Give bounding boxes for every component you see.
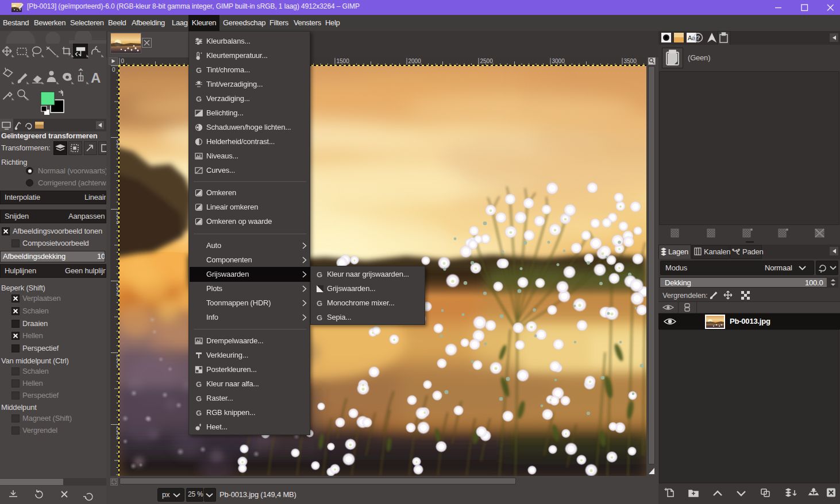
svg-text:0: 0	[121, 58, 125, 64]
svg-text:2500: 2500	[480, 58, 494, 64]
svg-text:3000: 3000	[552, 58, 565, 64]
svg-text:3500: 3500	[624, 58, 637, 64]
svg-text:G: G	[196, 409, 202, 417]
svg-text:G: G	[196, 394, 202, 403]
svg-text:G: G	[317, 299, 322, 308]
svg-text:G: G	[317, 313, 322, 322]
svg-text:G: G	[317, 270, 322, 279]
svg-text:G: G	[196, 95, 202, 103]
svg-text:?: ?	[696, 34, 700, 41]
svg-text:2000: 2000	[409, 58, 422, 64]
svg-text:0: 0	[112, 67, 115, 73]
svg-text:1500: 1500	[337, 58, 350, 64]
svg-text:G: G	[196, 380, 202, 389]
svg-text:G: G	[196, 66, 202, 75]
svg-text:A: A	[91, 70, 101, 86]
